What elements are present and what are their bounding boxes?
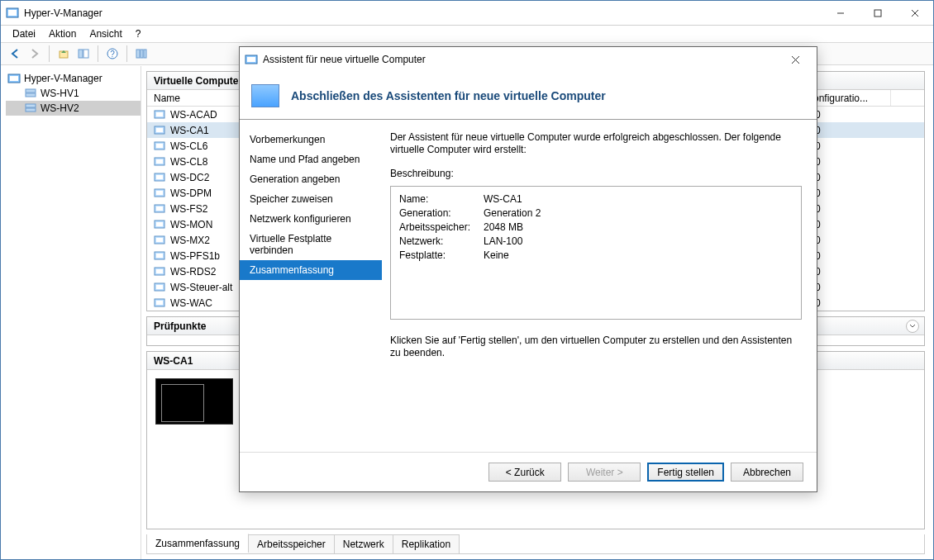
close-button[interactable]	[896, 1, 933, 25]
vm-icon	[154, 282, 165, 293]
next-button: Weiter >	[568, 463, 641, 482]
cancel-button[interactable]: Abbrechen	[731, 463, 803, 482]
summary-value: 2048 MB	[484, 221, 523, 235]
vm-name: WS-CA1	[170, 125, 209, 136]
vm-icon	[154, 219, 165, 230]
vm-name: WS-CL8	[170, 156, 207, 168]
vm-name: WS-DPM	[170, 187, 212, 199]
svg-rect-45	[156, 301, 163, 305]
tree-root[interactable]: Hyper-V-Manager	[6, 71, 141, 86]
vm-name: WS-ACAD	[170, 109, 217, 121]
menubar: Datei Aktion Ansicht ?	[1, 26, 933, 42]
wizard-description-label: Beschreibung:	[390, 168, 802, 179]
tree-host-label: WS-HV1	[41, 88, 79, 99]
wizard-footer: < Zurück Weiter > Fertig stellen Abbrech…	[240, 452, 817, 491]
wizard-step[interactable]: Vorbemerkungen	[240, 130, 382, 149]
vm-name: WS-MX2	[170, 235, 210, 246]
svg-rect-47	[247, 57, 255, 62]
wizard-content: Der Assistent für neue virtuelle Compute…	[382, 120, 817, 452]
svg-rect-27	[156, 159, 163, 164]
vm-icon	[154, 187, 165, 199]
summary-key: Netzwerk:	[399, 235, 484, 249]
minimize-button[interactable]	[822, 1, 859, 25]
svg-rect-43	[156, 285, 163, 289]
forward-button[interactable]	[26, 45, 44, 63]
toolbar-separator	[49, 45, 50, 62]
summary-row: Name:WS-CA1	[399, 193, 793, 207]
summary-key: Arbeitsspeicher:	[399, 221, 484, 235]
back-button[interactable]: < Zurück	[488, 463, 561, 482]
wizard-step[interactable]: Generation angeben	[240, 169, 382, 189]
columns-button[interactable]	[132, 45, 150, 63]
svg-rect-21	[156, 112, 163, 116]
wizard-step[interactable]: Speicher zuweisen	[240, 189, 382, 209]
collapse-button[interactable]	[906, 320, 919, 333]
vm-thumbnail[interactable]	[155, 378, 233, 425]
vm-icon	[154, 235, 165, 246]
summary-row: Netzwerk:LAN-100	[399, 235, 793, 249]
toolbar-separator	[98, 45, 98, 62]
wizard-heading: Abschließen des Assistenten für neue vir…	[291, 89, 606, 102]
detail-tab[interactable]: Zusammenfassung	[147, 534, 249, 553]
wizard-step[interactable]: Virtuelle Festplatte verbinden	[240, 229, 382, 260]
server-manager-icon	[7, 72, 21, 85]
up-button[interactable]	[55, 45, 73, 63]
wizard-titlebar: Assistent für neue virtuelle Computer	[240, 47, 817, 72]
finish-button[interactable]: Fertig stellen	[647, 463, 724, 482]
svg-rect-8	[83, 50, 88, 58]
tree-host[interactable]: WS-HV1	[6, 86, 141, 101]
detail-tab[interactable]: Arbeitsspeicher	[249, 534, 335, 553]
menu-view[interactable]: Ansicht	[84, 26, 126, 41]
svg-rect-15	[10, 76, 18, 81]
wizard-icon	[245, 53, 258, 66]
svg-rect-13	[144, 50, 146, 58]
summary-key: Festplatte:	[399, 249, 484, 263]
titlebar: Hyper-V-Manager	[1, 1, 933, 26]
wizard-intro: Der Assistent für neue virtuelle Compute…	[390, 131, 802, 156]
wizard-step[interactable]: Zusammenfassung	[240, 260, 382, 280]
vm-icon	[154, 109, 165, 121]
svg-rect-1	[8, 10, 17, 16]
vm-name: WS-PFS1b	[170, 250, 220, 262]
summary-value: Keine	[484, 249, 509, 263]
vm-icon	[154, 203, 165, 215]
vm-name: WS-DC2	[170, 172, 209, 183]
window-title: Hyper-V-Manager	[24, 7, 822, 19]
back-button[interactable]	[6, 45, 24, 63]
vm-name: WS-Steuer-alt	[170, 282, 232, 293]
svg-rect-39	[156, 254, 163, 258]
menu-action[interactable]: Aktion	[44, 26, 81, 41]
maximize-button[interactable]	[859, 1, 896, 25]
svg-rect-7	[79, 50, 83, 58]
wizard-step[interactable]: Name und Pfad angeben	[240, 149, 382, 169]
summary-value: Generation 2	[484, 207, 541, 221]
summary-row: Arbeitsspeicher:2048 MB	[399, 221, 793, 235]
tree-host[interactable]: WS-HV2	[6, 101, 141, 116]
wizard-step[interactable]: Netzwerk konfigurieren	[240, 209, 382, 229]
summary-row: Festplatte:Keine	[399, 249, 793, 263]
toolbar-separator	[126, 45, 127, 62]
checkpoints-title: Prüfpunkte	[154, 320, 206, 332]
detail-tab[interactable]: Replikation	[393, 534, 460, 553]
svg-rect-18	[26, 104, 36, 107]
wizard-close-button[interactable]	[779, 47, 812, 72]
menu-help[interactable]: ?	[131, 26, 146, 41]
tree-host-label: WS-HV2	[41, 102, 79, 114]
svg-rect-35	[156, 222, 163, 226]
svg-rect-41	[156, 269, 163, 273]
svg-rect-29	[156, 175, 163, 179]
svg-rect-3	[874, 10, 881, 17]
svg-rect-12	[141, 50, 143, 58]
menu-file[interactable]: Datei	[7, 26, 41, 41]
detail-tab[interactable]: Netzwerk	[335, 534, 393, 553]
show-hide-tree-button[interactable]	[74, 45, 93, 63]
summary-key: Generation:	[399, 207, 484, 221]
summary-row: Generation:Generation 2	[399, 207, 793, 221]
help-button[interactable]: ?	[103, 45, 122, 63]
app-icon	[6, 7, 19, 20]
wizard-step-list: VorbemerkungenName und Pfad angebenGener…	[240, 120, 382, 452]
wizard-hint: Klicken Sie auf 'Fertig stellen', um den…	[390, 335, 802, 359]
vm-icon	[154, 156, 165, 168]
wizard-header-icon	[251, 84, 279, 107]
summary-key: Name:	[399, 193, 484, 207]
